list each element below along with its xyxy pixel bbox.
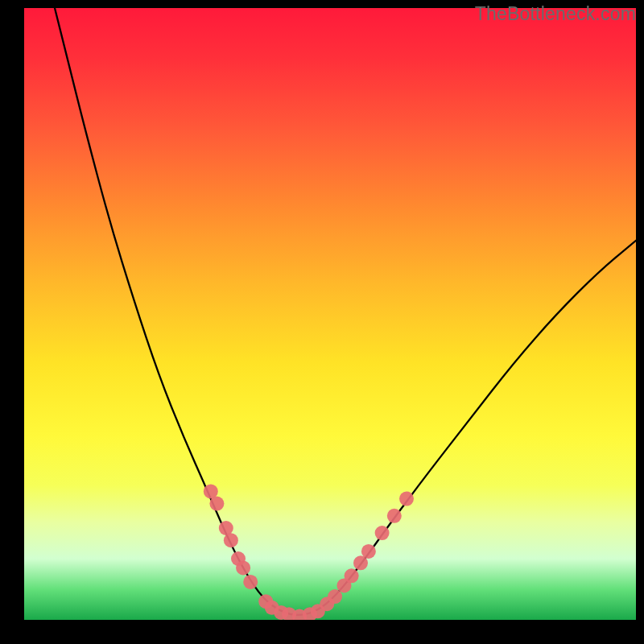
data-marker (209, 497, 224, 511)
bottleneck-curve (55, 8, 636, 615)
data-marker (361, 544, 376, 559)
chart-svg (24, 8, 636, 620)
data-marker (387, 509, 402, 523)
watermark-text: TheBottleneck.com (475, 3, 636, 25)
chart-stage: TheBottleneck.com (0, 0, 644, 644)
data-marker (243, 575, 258, 589)
data-marker (375, 526, 390, 540)
plot-area (24, 8, 636, 620)
data-marker (236, 560, 250, 575)
data-marker (224, 533, 238, 547)
data-marker (345, 568, 359, 583)
data-marker (399, 492, 414, 506)
